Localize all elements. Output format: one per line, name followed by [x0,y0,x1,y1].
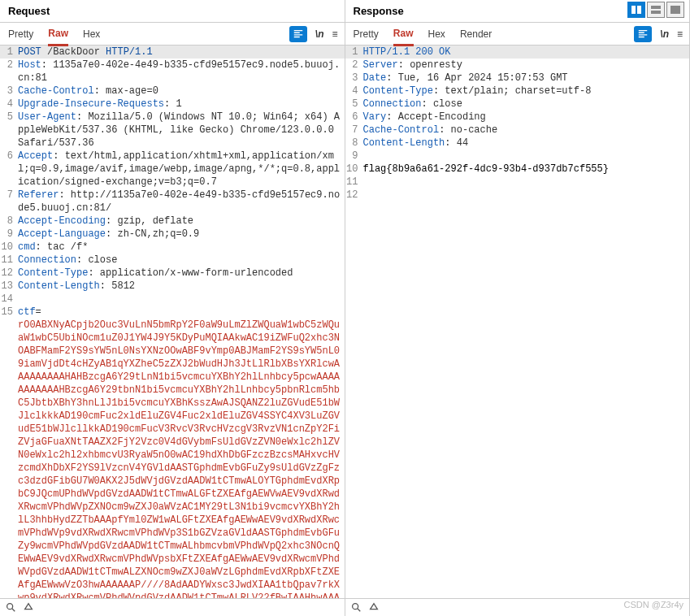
tab-hex[interactable]: Hex [83,24,100,45]
search-icon-response[interactable] [350,601,362,614]
tab-pretty-response[interactable]: Pretty [354,24,379,45]
svg-point-0 [7,603,13,609]
svg-rect-3 [637,6,641,14]
search-icon[interactable] [5,601,16,614]
svg-rect-2 [631,6,636,14]
newline-icon[interactable]: \n [315,28,324,40]
highlight-icon-response[interactable] [368,601,380,614]
tab-hex-response[interactable]: Hex [428,24,445,45]
request-tabs: Pretty Raw Hex \n ≡ [0,23,345,46]
response-tabs: Pretty Raw Hex Render \n ≡ [345,23,690,46]
layout-single-button[interactable] [666,2,684,18]
svg-line-8 [357,608,360,611]
svg-point-7 [352,603,358,609]
tab-render-response[interactable]: Render [460,24,492,45]
tab-raw[interactable]: Raw [48,23,68,46]
response-title: Response [354,5,404,17]
request-header: Request [0,0,345,23]
request-panel: Request Pretty Raw Hex \n ≡ 1POST /BackD… [0,0,345,616]
newline-icon-response[interactable]: \n [660,28,669,40]
response-panel: Response Pretty Raw Hex Render \n ≡ 1HTT… [345,0,691,616]
options-menu-icon[interactable]: ≡ [332,28,337,40]
response-editor[interactable]: 1HTTP/1.1 200 OK2Server: openresty3Date:… [345,46,690,598]
highlight-icon[interactable] [23,601,34,614]
svg-rect-6 [670,6,680,14]
prettify-icon[interactable] [289,26,307,42]
tab-pretty[interactable]: Pretty [8,24,33,45]
request-editor[interactable]: 1POST /BackDoor HTTP/1.12Host: 1135a7e0-… [0,46,345,598]
layout-buttons [627,2,684,18]
svg-rect-4 [651,6,661,9]
svg-line-1 [12,608,15,611]
tab-raw-response[interactable]: Raw [393,23,414,46]
options-menu-icon-response[interactable]: ≡ [677,28,683,40]
request-bottom-bar [0,598,345,616]
request-title: Request [8,5,50,17]
response-bottom-bar [345,598,690,616]
response-header: Response [345,0,690,23]
prettify-icon-response[interactable] [634,26,652,42]
svg-rect-5 [651,11,661,14]
layout-horizontal-button[interactable] [627,2,645,18]
layout-vertical-button[interactable] [647,2,665,18]
